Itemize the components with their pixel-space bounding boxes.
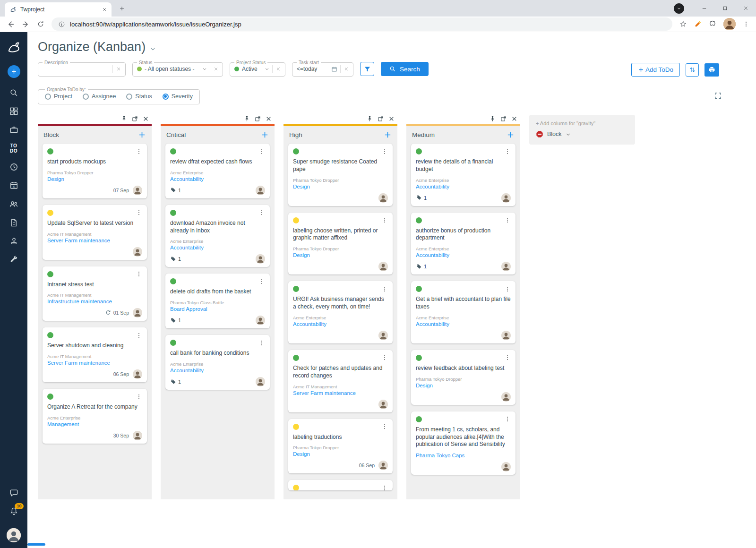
expand-column-icon[interactable] — [132, 116, 138, 122]
card-menu-icon[interactable] — [136, 394, 142, 400]
card-assignee-avatar[interactable] — [133, 431, 142, 440]
browser-profile-icon[interactable] — [674, 3, 684, 14]
kanban-card[interactable] — [288, 480, 393, 490]
more-filters-button[interactable] — [360, 62, 374, 76]
expand-column-icon[interactable] — [378, 116, 384, 122]
user-avatar[interactable] — [7, 528, 21, 542]
card-task-link[interactable]: Accountability — [416, 184, 511, 189]
status-select[interactable]: - All open statuses - — [145, 66, 199, 72]
close-column-icon[interactable] — [511, 116, 517, 122]
card-assignee-avatar[interactable] — [501, 331, 511, 340]
pin-column-icon[interactable] — [121, 116, 127, 122]
card-assignee-avatar[interactable] — [133, 308, 142, 317]
sort-button[interactable] — [686, 63, 699, 77]
card-task-link[interactable]: Accountability — [170, 176, 265, 182]
search-button[interactable]: Search — [381, 62, 429, 76]
add-card-button[interactable] — [261, 131, 269, 139]
worklog-clock-icon[interactable] — [9, 163, 18, 171]
extension-pencil-icon[interactable] — [694, 20, 702, 28]
kanban-card[interactable]: labeling choose written, printed or grap… — [288, 213, 393, 275]
organize-radio-project[interactable]: Project — [45, 93, 72, 100]
clear-description-icon[interactable] — [112, 65, 121, 73]
card-menu-icon[interactable] — [381, 217, 388, 223]
card-task-link[interactable]: Server Farm maintenance — [47, 360, 142, 366]
add-card-button[interactable] — [384, 131, 392, 139]
description-filter[interactable]: Description — [38, 60, 126, 77]
kanban-card[interactable]: download Amazon invoice not already in i… — [165, 205, 270, 267]
browser-tab[interactable]: Twproject — [5, 2, 112, 17]
card-menu-icon[interactable] — [504, 286, 511, 292]
url-omnibox[interactable]: localhost:90/tw/applications/teamwork/is… — [52, 17, 672, 31]
back-icon[interactable] — [7, 20, 15, 28]
pin-column-icon[interactable] — [244, 116, 250, 122]
horizontal-scrollbar-thumb[interactable] — [27, 543, 45, 546]
card-assignee-avatar[interactable] — [256, 254, 265, 264]
card-menu-icon[interactable] — [381, 354, 388, 361]
bookmark-star-icon[interactable] — [679, 20, 687, 28]
add-column-select[interactable]: Block — [536, 130, 628, 138]
card-assignee-avatar[interactable] — [256, 316, 265, 325]
card-menu-icon[interactable] — [504, 217, 511, 223]
expand-column-icon[interactable] — [255, 116, 261, 122]
card-assignee-avatar[interactable] — [378, 461, 388, 470]
kanban-card[interactable]: call bank for banking conditions Acme En… — [165, 335, 270, 390]
task-start-input[interactable]: <=today — [297, 66, 328, 72]
kanban-card[interactable]: review feedback about labeling test Phar… — [411, 350, 515, 405]
kanban-card[interactable]: Intranet stress test Acme IT Management … — [43, 266, 147, 321]
kanban-card[interactable]: From meeting 1 cs, scholars, and popular… — [411, 411, 515, 475]
browser-menu-icon[interactable] — [743, 21, 749, 27]
card-task-link[interactable]: Design — [293, 451, 388, 457]
organize-radio-severity[interactable]: Severity — [163, 93, 193, 100]
organize-radio-assignee[interactable]: Assignee — [83, 93, 116, 100]
card-task-link[interactable]: Design — [293, 184, 388, 189]
project-status-select[interactable]: Active — [242, 66, 262, 72]
resources-people-icon[interactable] — [9, 199, 18, 209]
card-menu-icon[interactable] — [258, 209, 265, 216]
card-menu-icon[interactable] — [136, 271, 142, 277]
card-assignee-avatar[interactable] — [378, 400, 388, 409]
tab-close-icon[interactable] — [102, 7, 107, 12]
card-assignee-avatar[interactable] — [501, 462, 511, 471]
kanban-card[interactable]: URGI! Ask business manager sends a check… — [288, 281, 393, 343]
card-assignee-avatar[interactable] — [501, 193, 511, 203]
projects-briefcase-icon[interactable] — [9, 125, 18, 134]
pin-column-icon[interactable] — [490, 116, 496, 122]
card-task-link[interactable]: Server Farm maintenance — [47, 238, 142, 243]
kanban-card[interactable]: review dfrat expected cash flows Acme En… — [165, 144, 270, 198]
card-task-link[interactable]: Accountability — [170, 245, 265, 250]
card-task-link[interactable]: Accountability — [416, 321, 511, 327]
kanban-card[interactable]: Super smudge resistance Coated pape Phar… — [288, 144, 393, 206]
extensions-puzzle-icon[interactable] — [709, 20, 716, 28]
forward-icon[interactable] — [22, 20, 30, 28]
dashboard-icon[interactable] — [9, 107, 18, 116]
page-title-menu-icon[interactable] — [150, 46, 156, 52]
card-assignee-avatar[interactable] — [133, 186, 142, 195]
kanban-card[interactable]: start products mockups Pharma Tokyo Drop… — [43, 144, 147, 198]
sidebar-item-todo[interactable]: TO DO — [8, 143, 19, 154]
card-assignee-avatar[interactable] — [378, 262, 388, 271]
organize-radio-status[interactable]: Status — [126, 93, 152, 100]
refresh-icon[interactable] — [37, 20, 44, 28]
kanban-card[interactable]: Check for patches and updates and record… — [288, 350, 393, 412]
card-task-link[interactable]: Design — [293, 252, 388, 258]
card-task-link[interactable]: Server Farm maintenance — [293, 390, 388, 396]
status-filter[interactable]: Status - All open statuses - — [132, 60, 223, 77]
project-status-filter[interactable]: Project Status Active — [230, 60, 285, 77]
chevron-down-icon[interactable] — [265, 67, 269, 71]
card-task-link[interactable]: Accountability — [416, 252, 511, 258]
browser-user-avatar[interactable] — [723, 18, 736, 30]
card-menu-icon[interactable] — [504, 416, 511, 422]
card-task-link[interactable]: Accountability — [170, 368, 265, 373]
kanban-card[interactable]: delete old drafts from the basket Pharma… — [165, 274, 270, 328]
chevron-down-icon[interactable] — [566, 132, 571, 137]
card-assignee-avatar[interactable] — [501, 262, 511, 271]
add-card-button[interactable] — [138, 131, 146, 139]
card-task-link[interactable]: Accountability — [293, 321, 388, 327]
documents-icon[interactable] — [9, 218, 18, 227]
chat-icon[interactable] — [9, 488, 18, 497]
card-menu-icon[interactable] — [381, 148, 388, 155]
chevron-down-icon[interactable] — [202, 67, 207, 71]
task-start-filter[interactable]: Task start <=today — [292, 60, 353, 77]
card-assignee-avatar[interactable] — [378, 331, 388, 340]
card-assignee-avatar[interactable] — [256, 186, 265, 195]
